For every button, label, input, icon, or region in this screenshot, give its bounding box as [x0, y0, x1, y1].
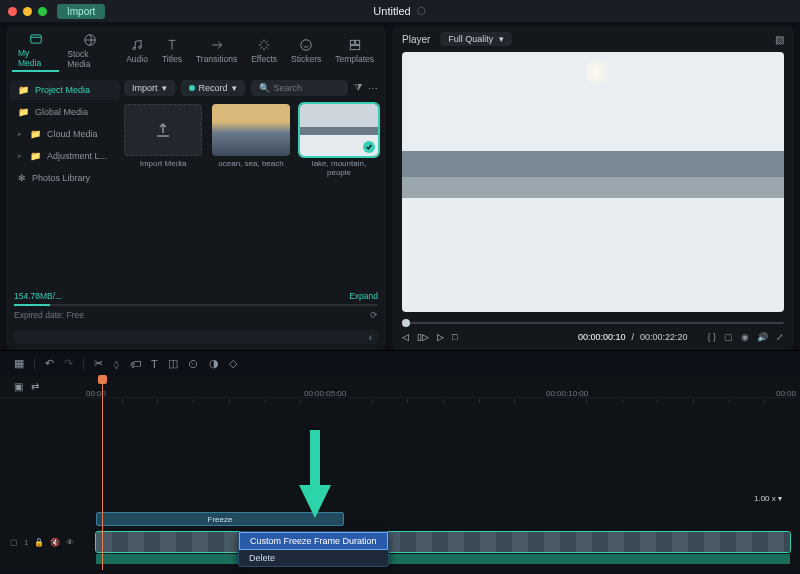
sidebar-item-label: Adjustment L...	[47, 151, 107, 161]
upload-icon	[154, 121, 172, 139]
track-number: 1	[24, 538, 28, 547]
playback-scrubber[interactable]	[402, 318, 784, 328]
import-media-tile[interactable]: Import Media	[124, 104, 202, 178]
more-icon[interactable]: ⋯	[368, 83, 378, 94]
menu-item-delete[interactable]: Delete	[239, 550, 388, 566]
record-label: Record	[199, 83, 228, 93]
ruler-label: 00:00	[86, 389, 106, 398]
tab-effects[interactable]: Effects	[245, 36, 283, 66]
storage-expand-link[interactable]: Expand	[349, 291, 378, 301]
menu-item-custom-freeze-duration[interactable]: Custom Freeze Frame Duration	[239, 532, 388, 550]
window-controls	[8, 7, 47, 16]
sidebar-item-adjustment-layer[interactable]: ▸ 📁 Adjustment L...	[10, 146, 120, 166]
media-thumb-ocean[interactable]: ocean, sea, beach	[212, 104, 290, 178]
folder-icon: 📁	[18, 85, 29, 95]
minimize-window-icon[interactable]	[23, 7, 32, 16]
import-label: Import	[132, 83, 158, 93]
sticker-icon	[299, 38, 313, 52]
expand-icon[interactable]: ▸	[18, 130, 26, 138]
import-button[interactable]: Import	[57, 4, 105, 19]
cloud-sync-icon	[417, 6, 427, 16]
search-input[interactable]: 🔍 Search	[251, 80, 348, 96]
crop-icon[interactable]: ◫	[168, 357, 178, 370]
step-back-button[interactable]: ▯▷	[417, 332, 429, 342]
title-text: Untitled	[373, 5, 410, 17]
filter-icon[interactable]: ⧩	[354, 82, 362, 94]
sidebar-item-cloud-media[interactable]: ▸ 📁 Cloud Media	[10, 124, 120, 144]
collapse-sidebar-button[interactable]: ‹	[14, 330, 378, 344]
speed-icon[interactable]: ⏲	[188, 358, 199, 370]
tab-label: Audio	[126, 54, 148, 64]
music-icon	[130, 38, 144, 52]
display-icon[interactable]: ▢	[724, 332, 733, 342]
text-tool-icon[interactable]: T	[151, 358, 158, 370]
scrubber-handle[interactable]	[402, 319, 410, 327]
folder-icon: 📁	[30, 129, 41, 139]
volume-icon[interactable]: 🔊	[757, 332, 768, 342]
sidebar-item-photos-library[interactable]: ✻ Photos Library	[10, 168, 120, 188]
prev-frame-button[interactable]: ◁	[402, 332, 409, 342]
tab-label: Transitions	[196, 54, 237, 64]
play-button[interactable]: ▷	[437, 332, 444, 342]
stop-button[interactable]: □	[452, 332, 457, 342]
undo-icon[interactable]: ↶	[45, 357, 54, 370]
media-grid-area: Import ▾ Record ▾ 🔍 Search ⧩ ⋯	[120, 74, 386, 291]
quality-dropdown[interactable]: Full Quality ▾	[440, 32, 512, 46]
sidebar-item-label: Cloud Media	[47, 129, 98, 139]
freeze-clip-label: Freeze	[208, 515, 233, 524]
ruler-label: 00:00	[776, 389, 796, 398]
cut-icon[interactable]: ✂	[94, 357, 103, 370]
audio-waveform[interactable]	[96, 554, 790, 564]
sidebar-item-project-media[interactable]: 📁 Project Media	[10, 80, 120, 100]
record-dropdown[interactable]: Record ▾	[181, 80, 245, 96]
timeline-panel: ▣ ⇄ 00:00 00:00:05:00 00:00:10:00 00:00 …	[0, 376, 800, 570]
tab-my-media[interactable]: My Media	[12, 30, 59, 72]
media-thumb-lake[interactable]: lake, mountain, people	[300, 104, 378, 178]
fullscreen-icon[interactable]: ⤢	[776, 332, 784, 342]
lock-icon[interactable]: 🔒	[34, 538, 44, 547]
timeline-ruler[interactable]: ▣ ⇄ 00:00 00:00:05:00 00:00:10:00 00:00	[0, 376, 800, 398]
track-toggle-icon[interactable]: ▢	[10, 538, 18, 547]
tab-stock-media[interactable]: Stock Media	[61, 31, 118, 71]
redo-icon[interactable]: ↷	[64, 357, 73, 370]
layout-icon[interactable]: ▦	[14, 357, 24, 370]
tab-titles[interactable]: Titles	[156, 36, 188, 66]
storage-expiry-label: Expired date: Free	[14, 310, 84, 320]
clip-speed-label[interactable]: 1.00 x ▾	[754, 494, 782, 503]
keyframe-icon[interactable]: ◇	[229, 357, 237, 370]
storage-used-label: 154.78MB/...	[14, 291, 62, 301]
svg-point-0	[418, 7, 426, 15]
trim-icon[interactable]: ⎀	[113, 358, 120, 370]
link-icon[interactable]: ⇄	[31, 381, 39, 392]
svg-rect-1	[30, 35, 41, 43]
camera-icon[interactable]: ◉	[741, 332, 749, 342]
video-clip[interactable]	[96, 532, 790, 552]
tab-transitions[interactable]: Transitions	[190, 36, 243, 66]
panel-tabs: My Media Stock Media Audio Titles Transi…	[6, 26, 386, 74]
tab-templates[interactable]: Templates	[329, 36, 380, 66]
mute-icon[interactable]: 🔇	[50, 538, 60, 547]
color-icon[interactable]: ◑	[209, 357, 219, 370]
expand-icon[interactable]: ▸	[18, 152, 26, 160]
storage-indicator: 154.78MB/... Expand Expired date: Free ⟳	[14, 291, 378, 324]
sidebar-item-global-media[interactable]: 📁 Global Media	[10, 102, 120, 122]
quality-label: Full Quality	[448, 34, 493, 44]
tab-stickers[interactable]: Stickers	[285, 36, 327, 66]
ruler-label: 00:00:10:00	[546, 389, 588, 398]
markers-icon[interactable]: { }	[707, 332, 716, 342]
track-options-icon[interactable]: ▣	[14, 381, 23, 392]
tag-icon[interactable]: 🏷	[130, 358, 141, 370]
annotation-arrow	[297, 430, 333, 522]
snapshot-icon[interactable]: ▧	[775, 34, 784, 45]
import-dropdown[interactable]: Import ▾	[124, 80, 175, 96]
visibility-icon[interactable]: 👁	[66, 538, 74, 547]
playhead[interactable]	[102, 376, 103, 570]
preview-viewport[interactable]	[402, 52, 784, 312]
video-track: ▢ 1 🔒 🔇 👁	[0, 530, 800, 554]
refresh-icon[interactable]: ⟳	[370, 310, 378, 320]
tab-audio[interactable]: Audio	[120, 36, 154, 66]
record-indicator-icon	[189, 85, 195, 91]
tab-label: Templates	[335, 54, 374, 64]
maximize-window-icon[interactable]	[38, 7, 47, 16]
close-window-icon[interactable]	[8, 7, 17, 16]
